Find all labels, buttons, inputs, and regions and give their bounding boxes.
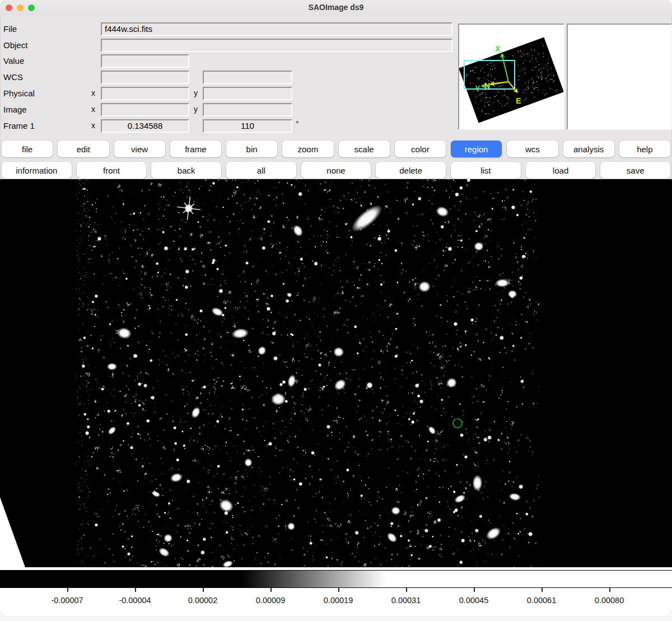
info-panel: File f444w.sci.fits Object Value WCS Phy…	[0, 16, 672, 140]
menu-frame[interactable]: frame	[170, 141, 221, 157]
task-all[interactable]: all	[226, 162, 296, 179]
physical-y-field[interactable]	[203, 87, 292, 100]
task-none[interactable]: none	[301, 162, 371, 179]
frame-zoom-field[interactable]: 0.134588	[101, 119, 189, 133]
image-y-label: y	[194, 105, 198, 114]
wcs-y-field[interactable]	[203, 71, 292, 84]
menu-scale[interactable]: scale	[339, 141, 390, 157]
physical-label: Physical	[3, 88, 35, 98]
colorbar-tick-label: 0.00031	[391, 596, 421, 605]
wcs-label: WCS	[3, 72, 23, 82]
colorbar-tick-label: -0.00007	[51, 596, 83, 605]
colorbar-tick	[135, 588, 136, 592]
colorbar[interactable]	[0, 570, 672, 588]
colorbar-tick	[67, 588, 68, 592]
menu-color[interactable]: color	[395, 141, 446, 157]
colorbar-tick	[406, 588, 407, 592]
physical-x-field[interactable]	[101, 87, 189, 100]
menu-zoom[interactable]: zoom	[282, 141, 333, 157]
task-save[interactable]: save	[600, 162, 670, 179]
frame-x-label: x	[91, 121, 95, 130]
object-field[interactable]	[101, 39, 452, 52]
physical-x-label: x	[91, 88, 95, 97]
object-label: Object	[3, 40, 27, 50]
menu-bar: file edit view frame bin zoom scale colo…	[0, 141, 672, 158]
menu-help[interactable]: help	[619, 141, 670, 157]
menu-file[interactable]: file	[2, 141, 53, 157]
window-title: SAOImage ds9	[0, 3, 672, 12]
colorbar-scale: -0.00007 -0.00004 0.00002 0.00009 0.0001…	[0, 588, 672, 616]
desktop-background	[0, 616, 672, 621]
degree-symbol: °	[296, 119, 299, 128]
menu-edit[interactable]: edit	[58, 141, 109, 157]
colorbar-tick	[542, 588, 543, 592]
colorbar-tick	[474, 588, 475, 592]
task-front[interactable]: front	[77, 162, 147, 179]
task-back[interactable]: back	[151, 162, 221, 179]
colorbar-tick-label: 0.00061	[527, 596, 556, 605]
value-field[interactable]	[101, 54, 189, 68]
app-window: SAOImage ds9 File f444w.sci.fits Object …	[0, 0, 672, 616]
menu-analysis[interactable]: analysis	[563, 141, 614, 157]
task-list[interactable]: list	[451, 162, 521, 179]
panner[interactable]	[458, 24, 564, 130]
titlebar: SAOImage ds9	[0, 0, 672, 16]
colorbar-tick-label: 0.00002	[188, 596, 217, 605]
file-label: File	[3, 24, 17, 34]
magnifier	[567, 24, 672, 130]
physical-y-label: y	[194, 88, 198, 97]
wcs-x-field[interactable]	[101, 71, 189, 84]
frame-angle-field[interactable]: 110	[203, 119, 292, 133]
value-label: Value	[3, 56, 24, 66]
file-field[interactable]: f444w.sci.fits	[101, 22, 452, 36]
task-delete[interactable]: delete	[376, 162, 446, 179]
image-y-field[interactable]	[203, 103, 292, 116]
task-information[interactable]: information	[2, 162, 72, 179]
colorbar-tick-label: -0.00004	[119, 596, 151, 605]
image-label: Image	[3, 105, 27, 114]
image-x-field[interactable]	[101, 103, 189, 116]
colorbar-tick	[270, 588, 272, 592]
colorbar-tick	[609, 588, 610, 592]
frame-label: Frame 1	[3, 121, 35, 130]
task-bar: information front back all none delete l…	[0, 162, 672, 179]
menu-region[interactable]: region	[451, 141, 502, 157]
colorbar-tick-label: 0.00080	[595, 596, 624, 605]
colorbar-tick-label: 0.00019	[324, 596, 353, 605]
colorbar-tick	[203, 588, 204, 592]
panner-canvas[interactable]	[459, 25, 563, 129]
task-load[interactable]: load	[526, 162, 596, 179]
image-display[interactable]	[0, 179, 672, 567]
colorbar-tick-label: 0.00009	[256, 596, 285, 605]
menu-view[interactable]: view	[114, 141, 165, 157]
image-x-label: x	[91, 105, 95, 114]
menu-bin[interactable]: bin	[226, 141, 277, 157]
menu-wcs[interactable]: wcs	[507, 141, 558, 157]
colorbar-tick	[338, 588, 339, 592]
colorbar-tick-label: 0.00045	[459, 596, 488, 605]
